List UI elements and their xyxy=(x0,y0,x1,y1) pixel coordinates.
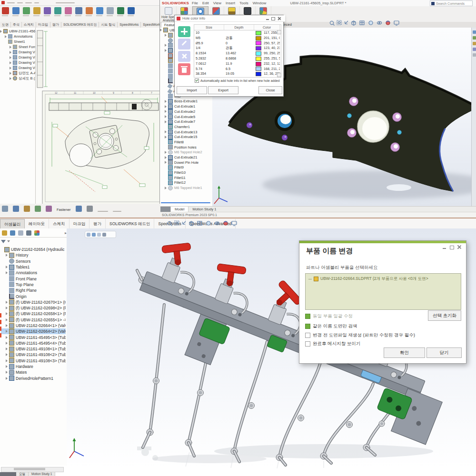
toolbar-icon[interactable] xyxy=(2,206,8,212)
remove-hole-button[interactable] xyxy=(178,51,190,62)
hole-row[interactable]: 5.74 6.5 168, 211, 255 xyxy=(194,67,281,72)
hole-row[interactable]: 10 117, 255, 85 xyxy=(194,30,281,36)
tree-item[interactable]: Annotations xyxy=(0,34,35,39)
menu-item[interactable]: Tools xyxy=(239,1,248,5)
feature-tree-item[interactable]: Chamfer1 xyxy=(160,124,212,129)
expand-arrow-icon[interactable] xyxy=(6,342,8,345)
tree-item[interactable]: Drawing View2 xyxy=(0,55,35,60)
expand-arrow-icon[interactable] xyxy=(6,377,8,380)
assembly-tree-item[interactable]: (f) UBW-21162-02655<1> -> (Hy xyxy=(1,317,66,323)
tab[interactable]: 스케치 xyxy=(49,219,69,229)
assembly-tree-item[interactable]: UBW-21161-49108<1> (Tube Clam xyxy=(1,346,66,352)
menu-placeholder[interactable] xyxy=(7,2,15,3)
tab[interactable]: SOLIDWORKS 애드인 xyxy=(61,22,99,28)
feature-tree-item[interactable]: Position holes xyxy=(160,145,212,150)
tree-horizontal-scrollbar[interactable] xyxy=(1,467,64,472)
toolbar-icon[interactable] xyxy=(87,206,93,212)
expand-arrow-icon[interactable] xyxy=(0,30,2,33)
expand-arrow-icon[interactable] xyxy=(165,100,167,103)
tree-item[interactable]: 상세도 B (2 : 1) xyxy=(0,76,35,81)
expand-arrow-icon[interactable] xyxy=(6,307,8,309)
checkbox-checked-icon[interactable] xyxy=(195,79,199,83)
tree-item[interactable]: Drawing View1 xyxy=(0,50,35,55)
col-size[interactable]: Size xyxy=(194,25,224,30)
close-icon[interactable] xyxy=(277,16,282,20)
expand-arrow-icon[interactable] xyxy=(6,271,8,274)
tree-item[interactable]: Drawing View3 xyxy=(0,60,35,65)
checkbox-checked-icon[interactable] xyxy=(305,324,310,329)
feature-tree-item[interactable]: Cut-Extrude2 xyxy=(160,109,212,114)
toolbar-icon[interactable] xyxy=(44,7,51,14)
search-commands-box[interactable]: Search Commands xyxy=(430,0,473,6)
expand-arrow-icon[interactable] xyxy=(165,161,167,164)
expand-arrow-icon[interactable] xyxy=(165,105,167,108)
toolbar-icon[interactable] xyxy=(128,7,135,14)
tree-item[interactable]: Drawing View4 xyxy=(0,65,35,70)
tab-motion-study[interactable]: Motion Study 1 xyxy=(29,472,55,476)
toolbar-icon[interactable] xyxy=(33,7,40,14)
tab[interactable]: 주석 xyxy=(11,22,22,28)
feature-tree-item[interactable]: Boss-Extrude1 xyxy=(160,99,212,104)
expand-arrow-icon[interactable] xyxy=(6,254,8,257)
tab[interactable]: 시트 형식 xyxy=(99,22,118,28)
toolbar-icon[interactable] xyxy=(13,206,19,212)
tab[interactable]: SpeedWorks Advanced xyxy=(141,22,161,28)
tree-filter-row[interactable] xyxy=(1,238,66,245)
tab[interactable]: 평가 xyxy=(89,219,106,229)
expand-arrow-icon[interactable] xyxy=(165,34,167,37)
drawing-sheet-canvas[interactable]: 121110 987 xyxy=(36,28,160,206)
toolbar-icon[interactable] xyxy=(12,7,20,14)
menu-item[interactable]: Edit xyxy=(202,1,209,5)
assembly-tree-item[interactable]: (f) UBW-21162-02658<1> (PVHO xyxy=(1,311,66,317)
expand-arrow-icon[interactable] xyxy=(165,151,167,154)
assembly-tree-item[interactable]: History xyxy=(1,252,66,258)
rollback-bar[interactable] xyxy=(161,202,210,203)
expand-arrow-icon[interactable] xyxy=(6,336,8,339)
expand-arrow-icon[interactable] xyxy=(6,266,8,268)
selected-part-item[interactable]: UBW-21162-02664.SLDPRT (2개 부품으로 사용 <0개 도… xyxy=(306,274,461,282)
checkbox-unchecked-icon[interactable] xyxy=(305,341,310,347)
tree-item[interactable]: Sheet1 xyxy=(0,39,35,44)
assembly-tree-item[interactable]: UBW-21161-49108<3> (Tube Clam xyxy=(1,358,66,364)
expand-arrow-icon[interactable] xyxy=(165,156,167,159)
col-depth[interactable]: Depth xyxy=(224,25,254,30)
minimize-icon[interactable] xyxy=(265,16,270,20)
toolbar-icon[interactable] xyxy=(23,7,30,14)
tab[interactable]: 레이아웃 xyxy=(25,219,49,229)
assembly-tree-item[interactable]: (f) UBW-21162-02698<2> (PVHO xyxy=(1,305,66,311)
context-icon[interactable] xyxy=(87,233,90,237)
toolbar-icon[interactable] xyxy=(75,7,82,14)
feature-tree-item[interactable]: Cut-Extrude21 xyxy=(160,155,212,160)
ok-button[interactable]: 확인 xyxy=(384,347,425,358)
assembly-tree-item[interactable]: UBW-21161-45495<3> (Tube Clam xyxy=(1,334,66,340)
auto-add-checkbox-row[interactable]: Automatically add hole info in list when… xyxy=(195,79,280,83)
tab[interactable]: 마크업 xyxy=(36,22,50,28)
close-button[interactable]: 닫기 xyxy=(426,347,462,358)
expand-arrow-icon[interactable] xyxy=(165,120,167,123)
featuremanager-tab-icon[interactable] xyxy=(2,230,7,236)
menu-item[interactable]: Insert xyxy=(226,1,235,5)
export-button[interactable]: Export xyxy=(208,86,238,94)
feature-tree-item[interactable]: M6 Tapped Hole2 xyxy=(160,150,212,155)
feature-tree-item[interactable]: M6 Tapped Hole1 xyxy=(160,185,212,190)
edit-hole-button[interactable] xyxy=(178,39,190,50)
toolbar-icon[interactable] xyxy=(35,206,41,212)
feature-tree-item[interactable]: Fillet8 xyxy=(160,139,212,145)
tab[interactable]: 어셈블리 xyxy=(0,219,25,229)
menu-item[interactable]: File xyxy=(192,1,198,5)
taskpane-icon[interactable] xyxy=(473,42,476,45)
reset-selection-button[interactable]: 선택 초기화 xyxy=(428,310,461,321)
expand-arrow-icon[interactable] xyxy=(165,44,167,47)
expand-arrow-icon[interactable] xyxy=(10,56,11,59)
toolbar-icon[interactable] xyxy=(54,7,61,14)
maximize-icon[interactable] xyxy=(270,16,276,20)
toolbar-icon[interactable] xyxy=(117,7,124,14)
toolbar-icon[interactable] xyxy=(65,7,72,14)
tab-model[interactable]: 모델 xyxy=(16,472,29,476)
hole-row[interactable]: Ø5.9 0 250, 57, 255 xyxy=(194,41,281,46)
toolbar-icon[interactable] xyxy=(24,206,30,212)
displaymanager-tab-icon[interactable] xyxy=(34,230,40,236)
expand-arrow-icon[interactable] xyxy=(6,312,8,315)
checkbox-unchecked-icon[interactable] xyxy=(305,333,310,338)
expand-arrow-icon[interactable] xyxy=(10,77,11,80)
